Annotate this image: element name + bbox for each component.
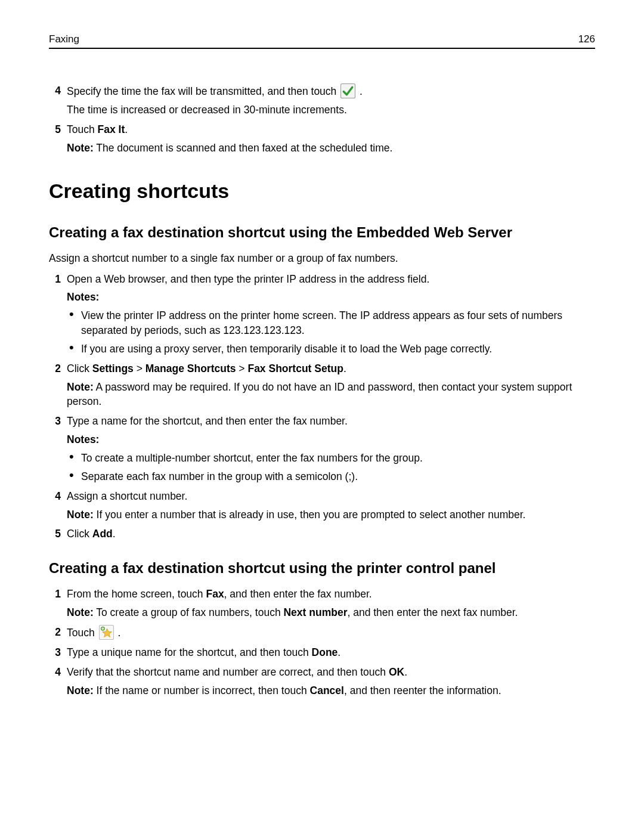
bold-text: OK (389, 666, 404, 678)
step-text: From the home screen, touch Fax, and the… (67, 587, 595, 602)
step-number: 5 (49, 527, 61, 541)
step-item: 4Verify that the shortcut name and numbe… (49, 665, 595, 698)
notes-label: Notes: (67, 290, 595, 305)
bold-text: Cancel (310, 685, 344, 696)
bold-text: Note: (67, 381, 94, 393)
step-number: 1 (49, 587, 61, 602)
bold-text: Next number (283, 606, 347, 618)
step-number: 4 (49, 83, 61, 98)
bullet-item: To create a multiple‑number shortcut, en… (81, 451, 595, 466)
bold-text: Note: (67, 509, 94, 521)
step-number: 3 (49, 645, 61, 660)
step-body: From the home screen, touch Fax, and the… (67, 587, 595, 620)
step-item: 3Type a name for the shortcut, and then … (49, 414, 595, 484)
step-number: 1 (49, 272, 61, 287)
bold-text: Add (92, 528, 113, 540)
step-item: 1Open a Web browser, and then type the p… (49, 272, 595, 357)
step-text: Type a unique name for the shortcut, and… (67, 645, 595, 660)
step-item: 3Type a unique name for the shortcut, an… (49, 645, 595, 660)
step-text: Type a name for the shortcut, and then e… (67, 414, 595, 429)
header-page-number: 126 (578, 33, 595, 45)
step-item: 4Specify the time the fax will be transm… (49, 83, 595, 117)
step-number: 4 (49, 489, 61, 504)
section-heading: Creating shortcuts (49, 176, 595, 205)
step-text: Touch . (67, 625, 595, 640)
subsection-heading-a: Creating a fax destination shortcut usin… (49, 222, 595, 243)
step-text: The time is increased or decreased in 30… (67, 103, 595, 117)
bold-text: Done (312, 646, 338, 658)
step-text: Click Add. (67, 527, 595, 541)
bold-text: Note: (67, 606, 94, 618)
step-body: Open a Web browser, and then type the pr… (67, 272, 595, 357)
step-item: 5Click Add. (49, 527, 595, 541)
bold-text: Fax (206, 588, 224, 600)
bold-text: Settings (92, 363, 134, 374)
step-text: Assign a shortcut number. (67, 489, 595, 504)
step-body: Click Settings > Manage Shortcuts > Fax … (67, 361, 595, 410)
bullet-item: Separate each fax number in the group wi… (81, 469, 595, 484)
bold-text: Note: (67, 685, 94, 696)
step-text: Click Settings > Manage Shortcuts > Fax … (67, 361, 595, 376)
note-text: Note: If the name or number is incorrect… (67, 683, 595, 698)
step-item: 5Touch Fax It.Note: The document is scan… (49, 122, 595, 156)
step-number: 5 (49, 122, 61, 137)
bold-text: Note: (67, 142, 94, 154)
document-page: Faxing 126 4Specify the time the fax wil… (0, 0, 644, 833)
step-list-a: 1Open a Web browser, and then type the p… (49, 272, 595, 542)
page-content: 4Specify the time the fax will be transm… (49, 83, 595, 698)
step-number: 3 (49, 414, 61, 429)
subsection-heading-b: Creating a fax destination shortcut usin… (49, 558, 595, 578)
step-body: Type a name for the shortcut, and then e… (67, 414, 595, 484)
step-number: 4 (49, 665, 61, 680)
step-body: Specify the time the fax will be transmi… (67, 83, 595, 117)
bold-text: Fax Shortcut Setup (247, 363, 343, 374)
running-header: Faxing 126 (49, 33, 595, 49)
step-body: Touch Fax It.Note: The document is scann… (67, 122, 595, 156)
bold-text: Fax It (98, 123, 125, 135)
step-text: Verify that the shortcut name and number… (67, 665, 595, 680)
step-item: 1From the home screen, touch Fax, and th… (49, 587, 595, 620)
step-text: Touch Fax It. (67, 122, 595, 137)
bullet-list: View the printer IP address on the print… (67, 308, 595, 357)
bullet-item: If you are using a proxy server, then te… (81, 342, 595, 357)
note-text: Note: If you enter a number that is alre… (67, 507, 595, 522)
step-body: Verify that the shortcut name and number… (67, 665, 595, 698)
step-text: Open a Web browser, and then type the pr… (67, 272, 595, 287)
step-body: Click Add. (67, 527, 595, 541)
step-body: Type a unique name for the shortcut, and… (67, 645, 595, 660)
bullet-item: View the printer IP address on the print… (81, 308, 595, 338)
section-a-intro: Assign a shortcut number to a single fax… (49, 251, 595, 266)
step-number: 2 (49, 625, 61, 640)
step-list-top: 4Specify the time the fax will be transm… (49, 83, 595, 155)
step-item: 2Touch . (49, 625, 595, 640)
note-text: Note: A password may be required. If you… (67, 380, 595, 410)
step-item: 4Assign a shortcut number.Note: If you e… (49, 489, 595, 522)
step-body: Assign a shortcut number.Note: If you en… (67, 489, 595, 522)
note-text: Note: To create a group of fax numbers, … (67, 605, 595, 620)
step-body: Touch . (67, 625, 595, 640)
star-shortcut-icon (99, 625, 114, 640)
notes-label: Notes: (67, 432, 595, 447)
header-section: Faxing (49, 33, 79, 45)
step-item: 2Click Settings > Manage Shortcuts > Fax… (49, 361, 595, 410)
note-text: Note: The document is scanned and then f… (67, 141, 595, 156)
bullet-list: To create a multiple‑number shortcut, en… (67, 451, 595, 484)
bold-text: Manage Shortcuts (145, 363, 236, 374)
step-number: 2 (49, 361, 61, 376)
checkmark-icon (340, 83, 355, 98)
step-text: Specify the time the fax will be transmi… (67, 83, 595, 99)
step-list-b: 1From the home screen, touch Fax, and th… (49, 587, 595, 698)
